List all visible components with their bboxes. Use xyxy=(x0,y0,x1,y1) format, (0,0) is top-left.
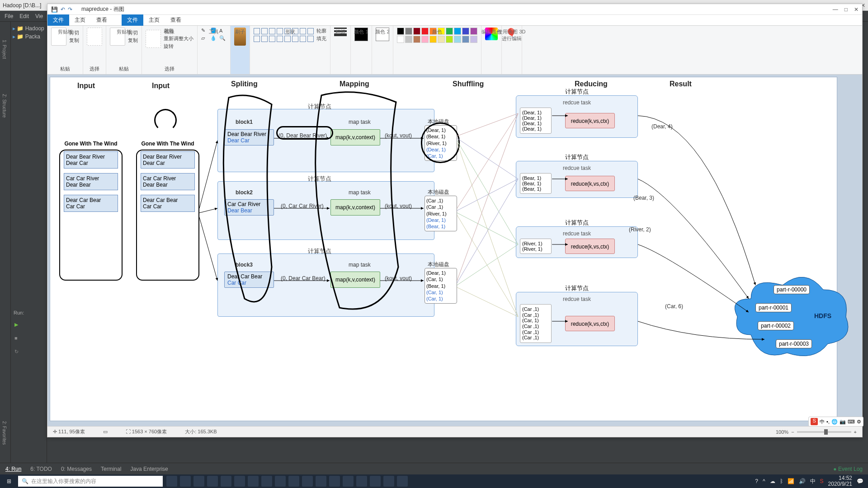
ime-icon[interactable]: 中 xyxy=(810,478,816,485)
explorer-icon[interactable] xyxy=(207,476,218,487)
zoom-slider[interactable] xyxy=(797,431,851,433)
word-icon[interactable] xyxy=(316,476,326,487)
edge-icon[interactable] xyxy=(193,476,204,487)
taskbar-search[interactable]: 🔍 在这里输入你要搜索的内容 xyxy=(18,476,163,487)
color-swatch[interactable] xyxy=(413,28,420,35)
rotate-button[interactable]: 旋转 xyxy=(164,43,193,50)
rerun-icon[interactable]: ↻ xyxy=(14,349,24,358)
tab-view2[interactable]: 查看 xyxy=(165,14,187,26)
redo-icon[interactable]: ↷ xyxy=(68,6,72,13)
app-icon[interactable] xyxy=(397,476,408,487)
chrome-icon[interactable] xyxy=(356,476,367,487)
tool-messages[interactable]: 0: Messages xyxy=(61,466,92,472)
notifications-icon[interactable]: 💬 xyxy=(857,478,863,484)
tool-event-log[interactable]: ● Event Log xyxy=(833,466,863,472)
split2: (0, Car Car River) xyxy=(281,203,324,209)
tool-todo[interactable]: 6: TODO xyxy=(30,466,52,472)
help-icon[interactable]: ? xyxy=(755,478,758,484)
project-packages[interactable]: Packa xyxy=(25,33,40,40)
cortana-icon[interactable] xyxy=(166,476,177,487)
tab-home2[interactable]: 主页 xyxy=(143,14,165,26)
color-swatch[interactable] xyxy=(397,28,404,35)
wifi-icon[interactable]: 📶 xyxy=(788,478,794,484)
tab-file2[interactable]: 文件 xyxy=(122,14,143,26)
system-tray[interactable]: ?^☁ᛒ📶🔊中S 14:522020/9/21 💬 xyxy=(750,475,868,487)
paint-icon[interactable] xyxy=(370,476,381,487)
color-swatch[interactable] xyxy=(446,28,453,35)
tray-up-icon[interactable]: ^ xyxy=(763,478,765,484)
resize-button[interactable]: 重新调整大小 xyxy=(164,35,193,42)
app-icon[interactable] xyxy=(248,476,259,487)
tool-favorites[interactable]: 2: Favorites xyxy=(2,421,7,445)
color-swatch[interactable] xyxy=(470,36,477,43)
clock-date[interactable]: 2020/9/21 xyxy=(828,481,852,487)
save-icon[interactable]: 💾 xyxy=(51,6,58,13)
shapes-gallery[interactable] xyxy=(254,28,314,42)
start-button[interactable]: ⊞ xyxy=(0,478,18,484)
mail-icon[interactable] xyxy=(221,476,231,487)
color-swatch[interactable] xyxy=(429,36,437,43)
undo-icon[interactable]: ↶ xyxy=(61,6,65,13)
color-swatch[interactable] xyxy=(454,28,461,35)
select-button2[interactable] xyxy=(146,30,161,48)
clock-time[interactable]: 14:52 xyxy=(839,475,852,481)
run-icon[interactable]: ▶ xyxy=(14,322,24,331)
canvas[interactable]: Input Input Spliting Mapping Shuffling R… xyxy=(50,77,837,421)
fill-button[interactable]: 填充 xyxy=(316,35,326,42)
outline-button[interactable]: 轮廓 xyxy=(316,28,326,34)
color-swatch[interactable] xyxy=(446,36,453,43)
folder-icon: ▸ 📁 xyxy=(13,33,24,40)
bt-icon[interactable]: ᛒ xyxy=(780,478,783,484)
color-swatch[interactable] xyxy=(421,36,429,43)
text-icon[interactable]: A xyxy=(219,28,226,33)
color-swatch[interactable] xyxy=(421,28,429,35)
excel-icon[interactable] xyxy=(329,476,340,487)
app-icon[interactable] xyxy=(261,476,272,487)
project-root[interactable]: Hadoop xyxy=(25,25,44,32)
zoom-in[interactable]: + xyxy=(854,429,857,435)
tab-file[interactable]: 文件 xyxy=(47,14,69,26)
color-swatch[interactable] xyxy=(405,28,412,35)
canvas-area[interactable]: Input Input Spliting Mapping Shuffling R… xyxy=(47,75,862,426)
picker-icon[interactable]: 💧 xyxy=(210,35,217,41)
app-icon[interactable] xyxy=(275,476,286,487)
tool-java-ee[interactable]: Java Enterprise xyxy=(130,466,168,472)
onedrive-icon[interactable]: ☁ xyxy=(770,478,775,484)
color-swatch[interactable] xyxy=(454,36,461,43)
paint-max-icon[interactable]: □ xyxy=(844,6,848,13)
app-icon[interactable] xyxy=(383,476,394,487)
tool-structure[interactable]: Z: Structure xyxy=(2,94,7,117)
intellij-icon[interactable] xyxy=(302,476,313,487)
color-swatch[interactable] xyxy=(413,36,420,43)
zoom-out[interactable]: − xyxy=(791,429,794,435)
ime-indicator[interactable]: S中•,🌐📷⌨⚙ xyxy=(808,417,863,427)
app-icon[interactable] xyxy=(288,476,299,487)
zoom-icon[interactable]: 🔍 xyxy=(219,35,226,41)
paint-close-icon[interactable]: ✕ xyxy=(854,6,859,13)
color-swatch[interactable] xyxy=(405,36,412,43)
app-icon[interactable] xyxy=(343,476,354,487)
tab-view[interactable]: 查看 xyxy=(91,14,113,26)
color-swatch[interactable] xyxy=(397,36,404,43)
menu-edit[interactable]: Edit xyxy=(19,13,29,19)
copy-button[interactable]: 复制 xyxy=(69,37,79,44)
color-swatch[interactable] xyxy=(470,28,477,35)
tab-home[interactable]: 主页 xyxy=(69,14,91,26)
copy-button2[interactable]: 复制 xyxy=(128,37,138,44)
stop-icon[interactable]: ■ xyxy=(14,335,24,344)
volume-icon[interactable]: 🔊 xyxy=(799,478,806,484)
eraser-icon[interactable]: ▱ xyxy=(201,35,208,41)
tool-project[interactable]: 1: Project xyxy=(2,40,7,59)
pencil-icon[interactable]: ✎ xyxy=(201,28,208,33)
tool-run[interactable]: 4: Run xyxy=(5,466,21,472)
sogou-icon[interactable]: S xyxy=(820,478,824,484)
menu-file[interactable]: File xyxy=(5,13,13,19)
paint-min-icon[interactable]: — xyxy=(833,6,838,13)
color-swatch[interactable] xyxy=(438,36,445,43)
app-icon[interactable] xyxy=(234,476,245,487)
taskview-icon[interactable] xyxy=(180,476,191,487)
color-swatch[interactable] xyxy=(462,28,469,35)
color-swatch[interactable] xyxy=(462,36,469,43)
tool-terminal[interactable]: Terminal xyxy=(101,466,121,472)
menu-view[interactable]: Vie xyxy=(35,13,43,19)
